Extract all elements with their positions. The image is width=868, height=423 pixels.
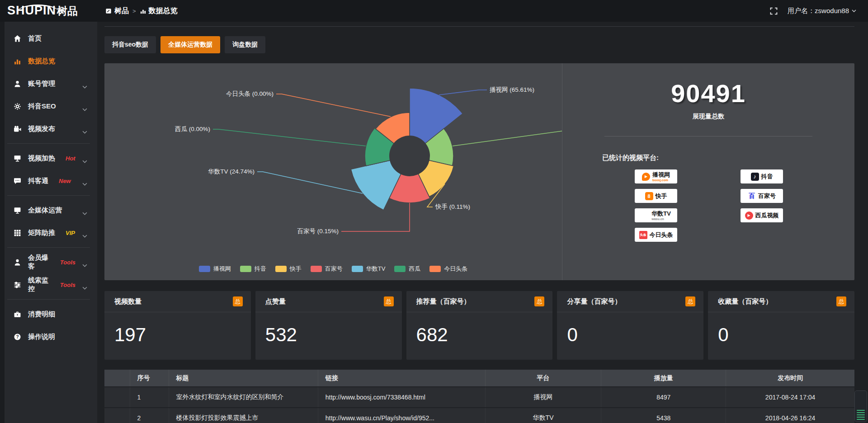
pie-label-快手: 快手 (0.11%) xyxy=(435,203,470,210)
pie-label-line-华数TV xyxy=(257,172,363,193)
sidebar-item-label: 操作说明 xyxy=(28,333,55,341)
platform-column: ▶播视网boosj.com8快手华数TVwasu.cn头条今日头条 xyxy=(635,169,677,242)
total-badge: 总 xyxy=(233,296,243,306)
stat-card-收藏量（百家号）: 收藏量（百家号）总0 xyxy=(708,291,854,360)
breadcrumb-root[interactable]: 树品 xyxy=(105,6,129,16)
tab-全媒体运营数据[interactable]: 全媒体运营数据 xyxy=(160,36,220,53)
sidebar-divider xyxy=(7,143,90,144)
sidebar-item-账号管理[interactable]: 账号管理 xyxy=(0,72,97,95)
topbar-right: 用户名：zswodun88 xyxy=(770,7,868,15)
sidebar-item-label: 会员爆客 xyxy=(28,254,50,271)
legend-label: 抖音 xyxy=(255,265,266,273)
wasu-logo-icon xyxy=(641,212,649,220)
legend-item-抖音[interactable]: 抖音 xyxy=(240,265,266,273)
legend-swatch xyxy=(199,266,210,272)
chart-panel: 播视网 (65.61%)抖音 (9.40%)快手 (0.11%)百家号 (0.1… xyxy=(104,63,854,280)
douyin-logo-icon: ♪ xyxy=(751,173,759,181)
widget-line xyxy=(857,412,865,413)
legend-item-百家号[interactable]: 百家号 xyxy=(311,265,343,273)
breadcrumb-current[interactable]: 数据总览 xyxy=(140,6,178,16)
platforms-label: 已统计的视频平台: xyxy=(602,154,854,162)
row-checkbox-cell xyxy=(104,408,130,423)
legend-item-华数TV[interactable]: 华数TV xyxy=(352,265,386,273)
sidebar: 首页数据总览账号管理抖音SEO视频发布视频加热Hot抖客通New全媒体运营矩阵助… xyxy=(0,22,97,423)
header-divider xyxy=(104,26,854,27)
column-header-发布时间: 发布时间 xyxy=(726,370,854,387)
monitor-icon xyxy=(14,207,21,214)
tab-抖音seo数据[interactable]: 抖音seo数据 xyxy=(104,36,156,53)
sidebar-item-label: 线索监控 xyxy=(28,276,50,293)
sidebar-item-首页[interactable]: 首页 xyxy=(0,27,97,50)
main-content: 抖音seo数据全媒体运营数据询盘数据 播视网 (65.61%)抖音 (9.40%… xyxy=(97,22,868,423)
stat-card-title: 视频数量 xyxy=(114,297,142,306)
fullscreen-icon[interactable] xyxy=(770,7,778,15)
sidebar-item-badge: Hot xyxy=(66,155,75,162)
legend-swatch xyxy=(240,266,251,272)
legend-label: 百家号 xyxy=(325,265,343,273)
legend-item-快手[interactable]: 快手 xyxy=(275,265,302,273)
platform-badge-华数TV: 华数TVwasu.cn xyxy=(635,208,677,222)
platform-badge-播视网: ▶播视网boosj.com xyxy=(635,169,677,183)
total-badge: 总 xyxy=(534,296,544,306)
platform-badge-西瓜视频: ▶西瓜视频 xyxy=(741,208,783,222)
sidebar-item-矩阵助推[interactable]: 矩阵助推VIP xyxy=(0,221,97,244)
cell-plays: 5438 xyxy=(601,408,726,423)
legend-swatch xyxy=(275,266,287,272)
baijiahao-logo-icon: 百 xyxy=(748,192,756,200)
platform-badge-快手: 8快手 xyxy=(635,189,677,203)
stat-card-value: 197 xyxy=(104,312,251,346)
sidebar-item-label: 数据总览 xyxy=(28,57,55,66)
cell-title[interactable]: 室外水纹灯和室内水纹灯的区别和简介 xyxy=(169,387,318,408)
stat-card-value: 0 xyxy=(708,312,854,346)
pie-label-line-抖音 xyxy=(453,131,562,146)
chat-bubble-icon xyxy=(14,177,21,185)
sidebar-item-抖客通[interactable]: 抖客通New xyxy=(0,169,97,192)
platform-name: 播视网 xyxy=(652,172,670,178)
widget-line xyxy=(857,414,865,415)
sidebar-item-操作说明[interactable]: ?操作说明 xyxy=(0,325,97,348)
sidebar-item-抖音SEO[interactable]: 抖音SEO xyxy=(0,95,97,118)
kuaishou-logo-icon: 8 xyxy=(645,192,653,200)
sidebar-item-badge: Tools xyxy=(60,259,75,266)
stat-card-header: 推荐量（百家号）总 xyxy=(406,291,553,312)
sidebar-item-全媒体运营[interactable]: 全媒体运营 xyxy=(0,199,97,221)
chevron-down-icon xyxy=(82,105,87,108)
cell-title[interactable]: 楼体投影灯投影效果震撼上市 xyxy=(169,408,318,423)
overview-section: 90491 展现量总数 已统计的视频平台: ▶播视网boosj.com8快手华数… xyxy=(562,63,854,280)
stat-card-分享量（百家号）: 分享量（百家号）总0 xyxy=(557,291,703,360)
grid-icon xyxy=(14,229,21,237)
sidebar-item-线索监控[interactable]: 线索监控Tools xyxy=(0,273,97,296)
sidebar-item-视频加热[interactable]: 视频加热Hot xyxy=(0,147,97,169)
platform-text: 播视网boosj.com xyxy=(652,172,670,182)
tab-询盘数据[interactable]: 询盘数据 xyxy=(225,36,265,53)
sidebar-divider xyxy=(7,195,90,196)
stat-card-value: 682 xyxy=(406,312,553,346)
sidebar-item-会员爆客[interactable]: 会员爆客Tools xyxy=(0,251,97,273)
legend-swatch xyxy=(352,266,363,272)
platform-subtitle: wasu.cn xyxy=(651,217,671,221)
sidebar-item-视频发布[interactable]: 视频发布 xyxy=(0,118,97,140)
cell-link[interactable]: http://www.boosj.com/7338468.html xyxy=(318,387,485,408)
sliders-icon xyxy=(14,281,21,289)
briefcase-icon xyxy=(14,310,21,318)
platform-text: 华数TVwasu.cn xyxy=(651,211,671,221)
username-menu[interactable]: 用户名：zswodun88 xyxy=(788,7,856,15)
sidebar-item-消费明细[interactable]: 消费明细 xyxy=(0,303,97,325)
legend-item-西瓜[interactable]: 西瓜 xyxy=(394,265,420,273)
legend-swatch xyxy=(311,266,322,272)
video-camera-icon xyxy=(14,125,21,133)
toutiao-logo-icon: 头条 xyxy=(639,231,647,239)
legend-label: 今日头条 xyxy=(444,265,467,273)
legend-item-播视网[interactable]: 播视网 xyxy=(199,265,231,273)
table-header-row: 序号标题链接平台播放量发布时间 xyxy=(104,370,854,387)
legend-item-今日头条[interactable]: 今日头条 xyxy=(429,265,467,273)
row-checkbox-cell xyxy=(104,387,130,408)
chat-widget[interactable] xyxy=(854,390,867,422)
sidebar-item-数据总览[interactable]: 数据总览 xyxy=(0,50,97,72)
breadcrumb-separator: > xyxy=(132,8,136,14)
cell-link[interactable]: http://www.wasu.cn/Play/show/id/952... xyxy=(318,408,485,423)
pie-label-播视网: 播视网 (65.61%) xyxy=(490,86,534,93)
rose-pie-chart: 播视网 (65.61%)抖音 (9.40%)快手 (0.11%)百家号 (0.1… xyxy=(104,63,562,262)
platform-badge-今日头条: 头条今日头条 xyxy=(635,228,677,242)
chevron-down-icon xyxy=(852,9,856,12)
